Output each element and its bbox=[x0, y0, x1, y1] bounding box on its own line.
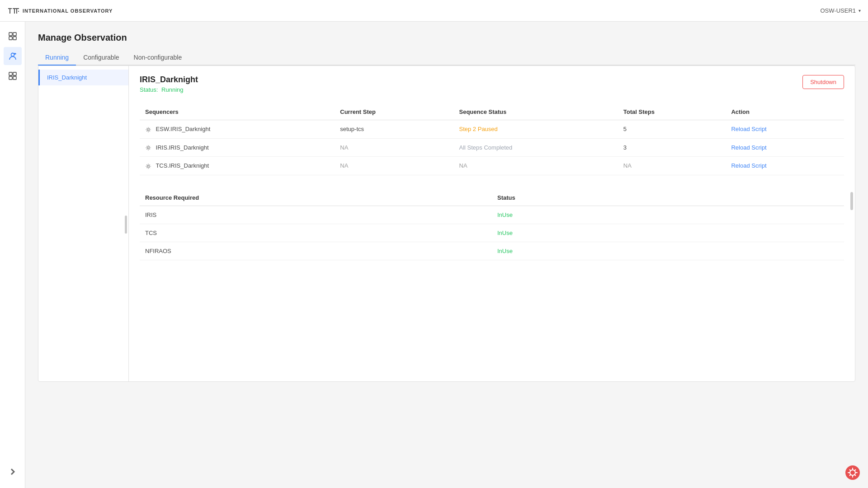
seq-status: NA bbox=[454, 157, 618, 175]
seq-total-steps: 5 bbox=[618, 120, 726, 139]
obs-name: IRIS_Darknight bbox=[140, 75, 198, 84]
resources-table: Resource Required Status IRIS InUse TCS … bbox=[140, 190, 844, 260]
topnav-title: INTERNATIONAL OBSERVATORY bbox=[23, 8, 113, 14]
seq-current-step: NA bbox=[335, 157, 453, 175]
list-item[interactable]: IRIS_Darknight bbox=[38, 70, 128, 85]
table-row: NFIRAOS InUse bbox=[140, 242, 844, 260]
seq-current-step: setup-tcs bbox=[335, 120, 453, 139]
table-row: ESW.IRIS_Darknight setup-tcs Step 2 Paus… bbox=[140, 120, 844, 139]
svg-point-19 bbox=[147, 147, 149, 149]
table-row: IRIS InUse bbox=[140, 206, 844, 224]
seq-total-steps: NA bbox=[618, 157, 726, 175]
seq-name: TCS.IRIS_Darknight bbox=[140, 157, 335, 175]
person-icon bbox=[8, 51, 18, 61]
sidebar bbox=[0, 22, 25, 488]
svg-rect-8 bbox=[13, 33, 16, 36]
svg-rect-7 bbox=[9, 33, 12, 36]
gear-svg bbox=[844, 465, 861, 481]
table-row: IRIS.IRIS_Darknight NA All Steps Complet… bbox=[140, 138, 844, 157]
observation-detail-panel: IRIS_Darknight Status: Running Shutdown … bbox=[129, 66, 855, 381]
svg-rect-14 bbox=[9, 72, 12, 75]
resource-status: InUse bbox=[492, 206, 844, 224]
main-content: Manage Observation Running Configurable … bbox=[25, 22, 868, 488]
svg-rect-17 bbox=[13, 76, 16, 80]
observations-list: IRIS_Darknight bbox=[38, 66, 129, 381]
svg-point-11 bbox=[11, 53, 14, 56]
tab-non-configurable[interactable]: Non-configurable bbox=[127, 50, 189, 66]
resource-status: InUse bbox=[492, 242, 844, 260]
table-row: TCS.IRIS_Darknight NA NA NA Reload Scrip… bbox=[140, 157, 844, 175]
sidebar-item-dashboard[interactable] bbox=[4, 27, 22, 45]
page-title: Manage Observation bbox=[38, 33, 855, 43]
settings-gear-icon[interactable] bbox=[844, 465, 861, 481]
svg-rect-6 bbox=[18, 11, 19, 12]
resource-name: NFIRAOS bbox=[140, 242, 492, 260]
seq-action[interactable]: Reload Script bbox=[726, 157, 844, 175]
user-menu[interactable]: OSW-USER1 ▾ bbox=[821, 7, 861, 14]
col-total-steps: Total Steps bbox=[618, 104, 726, 120]
sequencers-table: Sequencers Current Step Sequence Status … bbox=[140, 104, 844, 175]
apps-icon bbox=[8, 71, 18, 81]
shutdown-button[interactable]: Shutdown bbox=[802, 75, 844, 89]
tmt-logo: INTERNATIONAL OBSERVATORY bbox=[7, 5, 113, 17]
col-action: Action bbox=[726, 104, 844, 120]
svg-rect-9 bbox=[9, 37, 12, 40]
obs-status-label: Status: bbox=[140, 86, 158, 93]
obs-info: IRIS_Darknight Status: Running bbox=[140, 75, 198, 93]
obs-status-row: Status: Running bbox=[140, 86, 198, 93]
svg-rect-15 bbox=[13, 72, 16, 75]
sidebar-expand-button[interactable] bbox=[7, 466, 18, 477]
scroll-thumb bbox=[125, 216, 127, 234]
table-row: TCS InUse bbox=[140, 224, 844, 242]
chevron-down-icon: ▾ bbox=[859, 8, 861, 13]
seq-status: All Steps Completed bbox=[454, 138, 618, 157]
col-status: Status bbox=[492, 190, 844, 206]
gear-small-icon bbox=[145, 127, 151, 133]
tmt-logo-icon bbox=[7, 5, 20, 17]
svg-rect-10 bbox=[13, 37, 16, 40]
col-sequencers: Sequencers bbox=[140, 104, 335, 120]
col-current-step: Current Step bbox=[335, 104, 453, 120]
sidebar-item-observation[interactable] bbox=[4, 47, 22, 65]
svg-point-18 bbox=[147, 128, 149, 130]
resource-name: TCS bbox=[140, 224, 492, 242]
resource-status: InUse bbox=[492, 224, 844, 242]
seq-name: ESW.IRIS_Darknight bbox=[140, 120, 335, 139]
tabs-container: Running Configurable Non-configurable bbox=[38, 50, 855, 66]
gear-small-icon bbox=[145, 145, 151, 151]
topnav: INTERNATIONAL OBSERVATORY OSW-USER1 ▾ bbox=[0, 0, 868, 22]
gear-small-icon bbox=[145, 163, 151, 169]
seq-total-steps: 3 bbox=[618, 138, 726, 157]
tab-configurable[interactable]: Configurable bbox=[76, 50, 126, 66]
grid-icon bbox=[8, 31, 18, 41]
col-resource: Resource Required bbox=[140, 190, 492, 206]
svg-rect-16 bbox=[9, 76, 12, 80]
svg-point-20 bbox=[147, 165, 149, 167]
right-scrollbar-thumb bbox=[850, 192, 853, 210]
tab-running[interactable]: Running bbox=[38, 50, 76, 66]
left-scrollbar bbox=[124, 66, 127, 381]
seq-action[interactable]: Reload Script bbox=[726, 138, 844, 157]
seq-name: IRIS.IRIS_Darknight bbox=[140, 138, 335, 157]
svg-point-21 bbox=[845, 465, 860, 480]
topnav-left: INTERNATIONAL OBSERVATORY bbox=[7, 5, 113, 17]
content-area: IRIS_Darknight IRIS_Darknight Status: Ru… bbox=[38, 66, 855, 382]
user-label: OSW-USER1 bbox=[821, 7, 856, 14]
seq-action[interactable]: Reload Script bbox=[726, 120, 844, 139]
svg-rect-5 bbox=[16, 8, 19, 9]
obs-status-value: Running bbox=[161, 86, 183, 93]
expand-icon bbox=[7, 466, 18, 477]
sidebar-item-apps[interactable] bbox=[4, 67, 22, 85]
seq-current-step: NA bbox=[335, 138, 453, 157]
seq-status: Step 2 Paused bbox=[454, 120, 618, 139]
obs-header: IRIS_Darknight Status: Running Shutdown bbox=[140, 75, 844, 93]
col-sequence-status: Sequence Status bbox=[454, 104, 618, 120]
resource-name: IRIS bbox=[140, 206, 492, 224]
svg-rect-1 bbox=[9, 8, 10, 14]
svg-rect-3 bbox=[14, 8, 15, 14]
